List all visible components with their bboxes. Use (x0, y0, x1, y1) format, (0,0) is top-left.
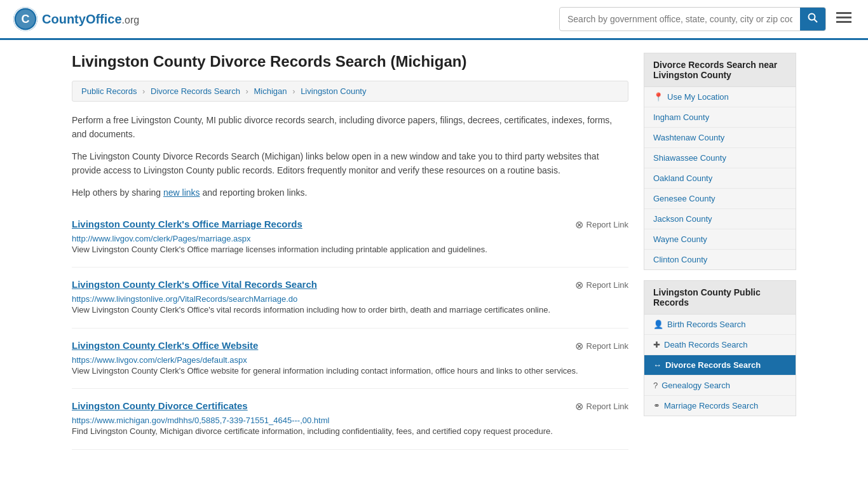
report-icon-1: ⊗ (575, 279, 583, 291)
description-para1: Perform a free Livingston County, MI pub… (72, 113, 628, 142)
result-url-1[interactable]: https://www.livingstonlive.org/VitalReco… (72, 294, 297, 304)
public-record-item-1[interactable]: ✚ Death Records Search (644, 335, 796, 355)
result-desc-0: View Livingston County Clerk's Office ma… (72, 243, 628, 256)
nearby-county-link-2[interactable]: Shiawassee County (653, 153, 726, 163)
page-title: Livingston County Divorce Records Search… (72, 53, 628, 71)
result-item: Livingston County Clerk's Office Vital R… (72, 268, 628, 329)
svg-rect-8 (836, 21, 851, 23)
report-link-0[interactable]: ⊗ Report Link (575, 219, 628, 231)
svg-point-4 (809, 14, 815, 20)
report-icon-3: ⊗ (575, 400, 583, 412)
nearby-counties: Ingham CountyWashtenaw CountyShiawassee … (644, 107, 796, 269)
result-desc-3: Find Livingston County, Michigan divorce… (72, 425, 628, 438)
nearby-county-0[interactable]: Ingham County (644, 107, 796, 128)
search-input[interactable] (560, 9, 800, 29)
use-location-link[interactable]: Use My Location (667, 92, 729, 102)
public-records-section: Livingston County Public Records 👤 Birth… (644, 280, 796, 416)
nearby-county-link-5[interactable]: Jackson County (653, 214, 712, 224)
public-records-list: 👤 Birth Records Search ✚ Death Records S… (644, 315, 796, 416)
breadcrumb-livingston-county[interactable]: Livingston County (301, 86, 366, 96)
report-link-1[interactable]: ⊗ Report Link (575, 279, 628, 291)
public-record-link-0[interactable]: Birth Records Search (667, 320, 746, 329)
site-header: C CountyOffice.org (0, 0, 868, 40)
public-record-link-2[interactable]: Divorce Records Search (665, 360, 761, 370)
use-my-location[interactable]: 📍 Use My Location (644, 87, 796, 107)
description-para2: The Livingston County Divorce Records Se… (72, 149, 628, 178)
search-bar (559, 7, 826, 31)
nearby-county-link-7[interactable]: Clinton County (653, 255, 707, 264)
nearby-header: Divorce Records Search near Livingston C… (644, 53, 796, 87)
public-record-item-0[interactable]: 👤 Birth Records Search (644, 315, 796, 335)
results-container: Livingston County Clerk's Office Marriag… (72, 207, 628, 450)
report-icon-0: ⊗ (575, 219, 583, 231)
breadcrumb: Public Records › Divorce Records Search … (72, 81, 628, 102)
logo-text: CountyOffice.org (42, 12, 139, 27)
nearby-county-4[interactable]: Genesee County (644, 189, 796, 209)
result-title-3[interactable]: Livingston County Divorce Certificates (72, 400, 248, 411)
logo[interactable]: C CountyOffice.org (13, 6, 139, 32)
logo-icon: C (13, 6, 38, 32)
result-title-2[interactable]: Livingston County Clerk's Office Website (72, 340, 258, 351)
report-link-2[interactable]: ⊗ Report Link (575, 340, 628, 352)
breadcrumb-michigan[interactable]: Michigan (254, 86, 287, 96)
new-links-link[interactable]: new links (163, 187, 200, 198)
result-title-1[interactable]: Livingston County Clerk's Office Vital R… (72, 279, 317, 290)
nearby-county-2[interactable]: Shiawassee County (644, 148, 796, 168)
svg-rect-6 (836, 12, 851, 14)
breadcrumb-divorce-records-search[interactable]: Divorce Records Search (151, 86, 240, 96)
svg-text:C: C (22, 13, 30, 25)
header-right (559, 7, 855, 31)
nearby-county-link-6[interactable]: Wayne County (653, 234, 707, 244)
menu-icon[interactable] (832, 7, 855, 31)
result-item: Livingston County Divorce Certificates ⊗… (72, 389, 628, 450)
breadcrumb-public-records[interactable]: Public Records (81, 86, 137, 96)
public-record-link-1[interactable]: Death Records Search (664, 340, 748, 349)
search-button[interactable] (800, 8, 825, 30)
main-container: Livingston County Divorce Records Search… (59, 40, 809, 463)
public-record-item-3[interactable]: ? Genealogy Search (644, 376, 796, 396)
nearby-county-link-1[interactable]: Washtenaw County (653, 133, 724, 142)
result-url-0[interactable]: http://www.livgov.com/clerk/Pages/marria… (72, 234, 251, 243)
public-record-link-3[interactable]: Genealogy Search (661, 381, 730, 390)
nearby-county-link-0[interactable]: Ingham County (653, 112, 709, 122)
nearby-county-5[interactable]: Jackson County (644, 209, 796, 229)
description-para3: Help others by sharing new links and rep… (72, 186, 628, 200)
hamburger-icon (836, 12, 851, 24)
public-record-icon-0: 👤 (653, 320, 663, 329)
public-record-link-4[interactable]: Marriage Records Search (664, 401, 758, 410)
report-icon-2: ⊗ (575, 340, 583, 352)
svg-rect-7 (836, 17, 851, 18)
public-record-item-2[interactable]: ↔ Divorce Records Search (644, 355, 796, 376)
result-desc-2: View Livingston County Clerk's Office we… (72, 365, 628, 377)
result-url-3[interactable]: https://www.michigan.gov/mdhhs/0,5885,7-… (72, 416, 329, 425)
sidebar: Divorce Records Search near Livingston C… (644, 53, 796, 450)
nearby-county-1[interactable]: Washtenaw County (644, 128, 796, 148)
nearby-county-7[interactable]: Clinton County (644, 250, 796, 269)
result-url-2[interactable]: https://www.livgov.com/clerk/Pages/defau… (72, 355, 247, 365)
public-record-icon-3: ? (653, 381, 658, 390)
report-link-3[interactable]: ⊗ Report Link (575, 400, 628, 412)
result-item: Livingston County Clerk's Office Marriag… (72, 207, 628, 268)
content-area: Livingston County Divorce Records Search… (72, 53, 628, 450)
nearby-county-3[interactable]: Oakland County (644, 168, 796, 189)
public-record-icon-1: ✚ (653, 340, 660, 349)
location-icon: 📍 (653, 92, 663, 102)
nearby-section: Divorce Records Search near Livingston C… (644, 53, 796, 270)
result-desc-1: View Livingston County Clerk's Office's … (72, 304, 628, 316)
nearby-county-link-3[interactable]: Oakland County (653, 173, 712, 183)
nearby-county-6[interactable]: Wayne County (644, 229, 796, 250)
public-record-item-4[interactable]: ⚭ Marriage Records Search (644, 396, 796, 416)
result-title-0[interactable]: Livingston County Clerk's Office Marriag… (72, 219, 302, 229)
public-record-icon-4: ⚭ (653, 401, 660, 410)
nearby-county-link-4[interactable]: Genesee County (653, 194, 715, 203)
result-item: Livingston County Clerk's Office Website… (72, 329, 628, 390)
public-records-header: Livingston County Public Records (644, 281, 796, 315)
public-record-icon-2: ↔ (653, 360, 661, 370)
svg-line-5 (815, 20, 818, 23)
search-icon (808, 13, 818, 23)
